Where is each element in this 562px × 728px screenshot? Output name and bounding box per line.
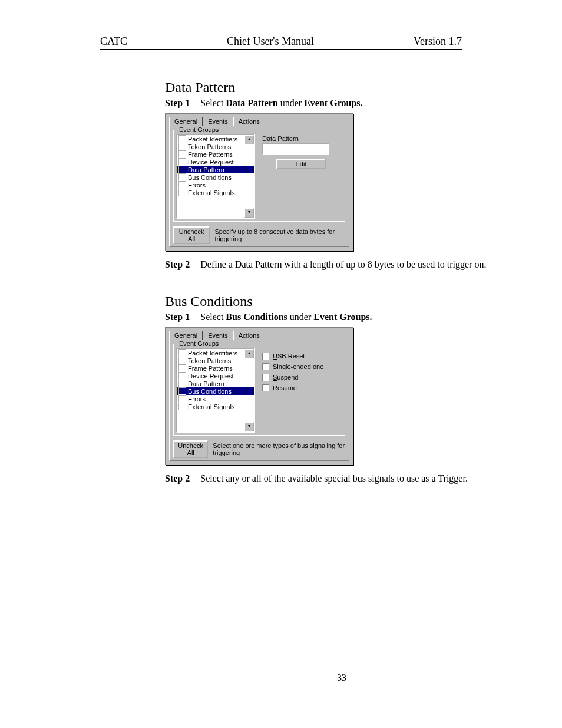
- checkbox-icon[interactable]: [178, 395, 186, 403]
- step1-data-pattern: Step 1 Select Data Pattern under Event G…: [165, 98, 518, 108]
- event-groups-legend: Event Groups: [177, 340, 220, 347]
- uncheck-all-button[interactable]: Uncheck All: [173, 440, 208, 458]
- step2-data-pattern: Step 2 Define a Data Pattern with a leng…: [165, 259, 518, 270]
- tab-strip: General Events Actions: [168, 330, 351, 340]
- section-title-bus-conditions: Bus Conditions: [165, 294, 518, 309]
- option-suspend[interactable]: Suspend: [262, 374, 340, 381]
- list-item: Device Request: [177, 158, 254, 166]
- checkbox-icon[interactable]: [262, 374, 269, 381]
- checkbox-icon[interactable]: [178, 150, 186, 158]
- list-item-selected: Data Pattern: [177, 166, 254, 173]
- step-mid: under: [278, 98, 304, 108]
- checkbox-icon[interactable]: [178, 189, 186, 196]
- event-groups-legend: Event Groups: [177, 126, 220, 133]
- list-item-selected: Bus Conditions: [177, 387, 254, 395]
- option-single-ended[interactable]: Single-ended one: [262, 363, 340, 370]
- list-item: Errors: [177, 395, 254, 403]
- list-item: Bus Conditions: [177, 173, 254, 181]
- list-item: Frame Patterns: [177, 364, 254, 372]
- list-item: Token Patterns: [177, 357, 254, 364]
- checkbox-icon[interactable]: [262, 353, 269, 360]
- checkbox-icon[interactable]: [178, 166, 186, 173]
- page-number: 33: [165, 673, 518, 683]
- checkbox-icon[interactable]: [178, 181, 186, 189]
- step-text: Select: [200, 312, 226, 322]
- tab-actions[interactable]: Actions: [233, 117, 265, 126]
- checkbox-icon[interactable]: [178, 143, 186, 150]
- tab-strip: General Events Actions: [168, 116, 351, 126]
- page-header: CATC Chief User's Manual Version 1.7: [100, 35, 462, 50]
- step-label: Step 1: [165, 312, 190, 322]
- step-label: Step 2: [165, 473, 190, 483]
- list-item: Errors: [177, 181, 254, 189]
- list-item: External Signals: [177, 403, 254, 410]
- checkbox-icon[interactable]: [178, 380, 186, 387]
- data-pattern-label: Data Pattern: [262, 135, 340, 142]
- checkbox-icon[interactable]: [262, 363, 269, 370]
- scroll-down-icon[interactable]: ▾: [244, 208, 254, 218]
- tab-events[interactable]: Events: [203, 331, 233, 340]
- scroll-up-icon[interactable]: ▴: [244, 135, 254, 144]
- step2-bus-conditions: Step 2 Select any or all of the availabl…: [165, 473, 518, 484]
- checkbox-icon[interactable]: [178, 387, 186, 395]
- list-item: Device Request: [177, 372, 254, 380]
- right-pane-bus-conditions: USB Reset Single-ended one Suspend Resum…: [260, 348, 342, 433]
- right-pane-data-pattern: Data Pattern Edit: [260, 134, 342, 219]
- checkbox-icon[interactable]: [178, 158, 186, 166]
- tab-events[interactable]: Events: [203, 117, 233, 126]
- step-label: Step 1: [165, 98, 190, 108]
- dialog-bus-conditions: General Events Actions Event Groups ▴ Pa…: [165, 327, 353, 465]
- list-item: Data Pattern: [177, 380, 254, 387]
- hint-text: Specify up to 8 consecutive data bytes f…: [214, 228, 345, 242]
- header-left: CATC: [100, 35, 127, 48]
- section-title-data-pattern: Data Pattern: [165, 80, 518, 95]
- scroll-up-icon[interactable]: ▴: [244, 349, 254, 358]
- step-text: Define a Data Pattern with a length of u…: [200, 259, 486, 269]
- header-right: Version 1.7: [414, 35, 462, 48]
- checkbox-icon[interactable]: [178, 173, 186, 181]
- checkbox-icon[interactable]: [178, 403, 186, 410]
- event-groups-list[interactable]: ▴ Packet Identifiers Token Patterns Fram…: [176, 134, 255, 219]
- checkbox-icon[interactable]: [178, 372, 186, 380]
- list-item: External Signals: [177, 189, 254, 196]
- option-usb-reset[interactable]: USB Reset: [262, 353, 340, 360]
- list-item: Frame Patterns: [177, 150, 254, 158]
- edit-button[interactable]: Edit: [276, 159, 326, 169]
- tab-actions[interactable]: Actions: [233, 331, 265, 340]
- list-item: Token Patterns: [177, 143, 254, 150]
- hint-text: Select one ore more types of bus signali…: [213, 442, 345, 456]
- step-bold1: Data Pattern: [226, 98, 277, 108]
- checkbox-icon[interactable]: [178, 349, 186, 357]
- list-item: Packet Identifiers: [177, 135, 254, 143]
- checkbox-icon[interactable]: [178, 357, 186, 364]
- step-bold1: Bus Conditions: [226, 312, 287, 322]
- checkbox-icon[interactable]: [178, 135, 186, 143]
- step-bold2: Event Groups.: [304, 98, 362, 108]
- checkbox-icon[interactable]: [178, 364, 186, 372]
- uncheck-all-button[interactable]: Uncheck All: [173, 226, 210, 244]
- step-mid: under: [287, 312, 313, 322]
- option-resume[interactable]: Resume: [262, 384, 340, 391]
- step-label: Step 2: [165, 259, 190, 269]
- step1-bus-conditions: Step 1 Select Bus Conditions under Event…: [165, 312, 518, 322]
- data-pattern-input[interactable]: [262, 143, 329, 155]
- step-text: Select any or all of the available speci…: [200, 473, 468, 483]
- tab-general[interactable]: General: [169, 117, 203, 126]
- scroll-down-icon[interactable]: ▾: [244, 422, 254, 431]
- header-center: Chief User's Manual: [227, 35, 314, 48]
- list-item: Packet Identifiers: [177, 349, 254, 357]
- event-groups-list[interactable]: ▴ Packet Identifiers Token Patterns Fram…: [176, 348, 255, 433]
- dialog-data-pattern: General Events Actions Event Groups ▴ Pa…: [165, 113, 353, 251]
- tab-general[interactable]: General: [169, 331, 203, 340]
- step-text: Select: [200, 98, 226, 108]
- checkbox-icon[interactable]: [262, 384, 269, 391]
- step-bold2: Event Groups.: [313, 312, 372, 322]
